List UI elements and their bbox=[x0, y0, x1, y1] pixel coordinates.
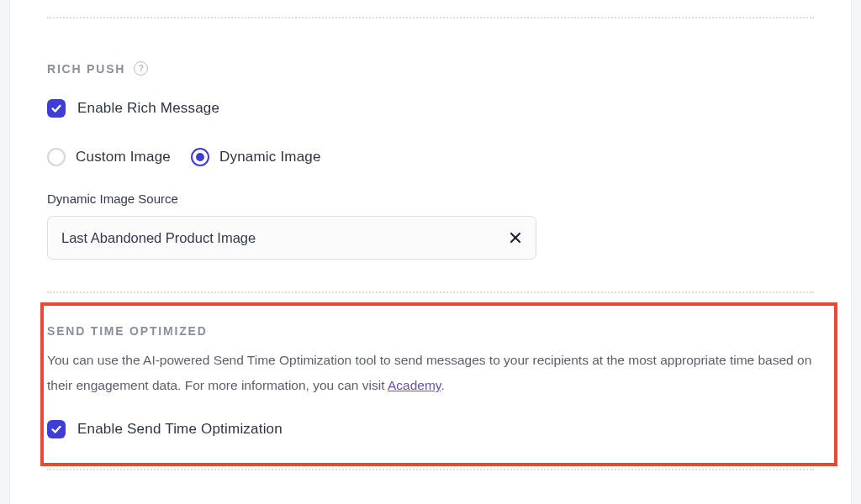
divider-top bbox=[47, 17, 814, 19]
help-icon[interactable]: ? bbox=[134, 61, 148, 76]
divider-bottom bbox=[47, 469, 814, 471]
check-icon bbox=[50, 102, 62, 114]
radio-custom-image-label: Custom Image bbox=[76, 149, 171, 165]
highlight-box-sto bbox=[40, 302, 837, 466]
radio-dynamic-image-label: Dynamic Image bbox=[219, 149, 321, 165]
radio-custom-image-circle bbox=[47, 148, 66, 166]
dynamic-image-source-value: Last Abandoned Product Image bbox=[61, 230, 256, 246]
clear-icon[interactable] bbox=[509, 231, 522, 244]
enable-rich-message-label: Enable Rich Message bbox=[77, 100, 219, 117]
dynamic-image-source-label: Dynamic Image Source bbox=[47, 192, 814, 206]
rich-push-title: RICH PUSH bbox=[47, 62, 125, 76]
radio-dynamic-image[interactable]: Dynamic Image bbox=[191, 148, 321, 166]
radio-custom-image[interactable]: Custom Image bbox=[47, 148, 171, 166]
dynamic-image-source-input[interactable]: Last Abandoned Product Image bbox=[47, 216, 536, 260]
enable-rich-message-row[interactable]: Enable Rich Message bbox=[47, 99, 814, 118]
checkbox-enable-rich-message[interactable] bbox=[47, 99, 66, 118]
divider-middle bbox=[47, 291, 814, 294]
radio-dynamic-image-circle bbox=[191, 148, 209, 166]
dynamic-image-source-field-section: Dynamic Image Source Last Abandoned Prod… bbox=[47, 192, 814, 260]
